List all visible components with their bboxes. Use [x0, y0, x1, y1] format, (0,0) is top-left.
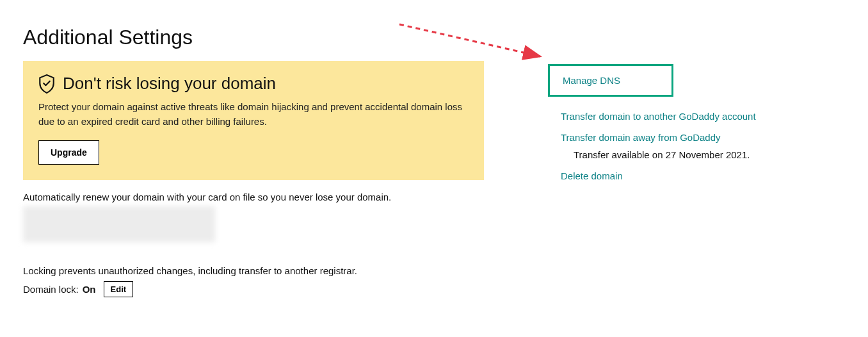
lock-description: Locking prevents unauthorized changes, i…	[23, 265, 484, 276]
transfer-account-link[interactable]: Transfer domain to another GoDaddy accou…	[561, 111, 830, 122]
upgrade-button[interactable]: Upgrade	[38, 140, 99, 165]
transfer-away-link[interactable]: Transfer domain away from GoDaddy	[561, 132, 721, 143]
transfer-availability-note: Transfer available on 27 November 2021.	[574, 149, 830, 160]
redacted-content	[23, 206, 215, 242]
domain-lock-label: Domain lock:	[23, 284, 79, 295]
warning-description: Protect your domain against active threa…	[38, 100, 469, 129]
warning-banner: Don't risk losing your domain Protect yo…	[23, 61, 484, 180]
highlight-annotation: Manage DNS	[548, 64, 673, 97]
shield-check-icon	[38, 74, 55, 94]
delete-domain-link[interactable]: Delete domain	[561, 170, 830, 181]
domain-lock-status: On	[83, 284, 96, 295]
page-title: Additional Settings	[23, 26, 484, 49]
auto-renew-text: Automatically renew your domain with you…	[23, 192, 484, 202]
warning-title: Don't risk losing your domain	[63, 74, 276, 94]
manage-dns-link[interactable]: Manage DNS	[563, 75, 620, 86]
edit-lock-button[interactable]: Edit	[104, 281, 134, 297]
